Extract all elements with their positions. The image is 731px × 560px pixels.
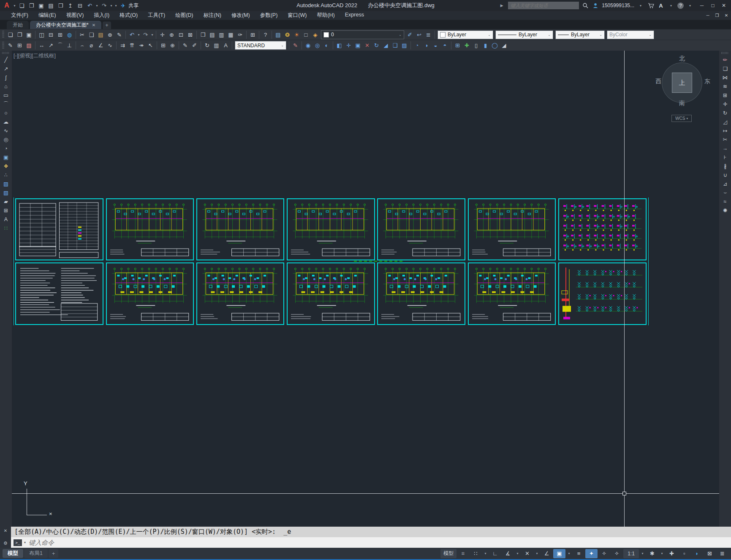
dim-linear-icon[interactable]: ↔ (37, 41, 46, 50)
compass-east-label[interactable]: 东 (704, 78, 710, 85)
hatch-icon[interactable]: ▨ (1, 179, 11, 188)
draworder-icon[interactable]: ⊞ (453, 41, 462, 50)
dim-jogged-icon[interactable]: ∿ (106, 41, 114, 50)
scale-menu[interactable]: ▾ (639, 549, 646, 558)
app-button-icon[interactable]: A (2, 1, 12, 10)
isolate-objects-icon[interactable]: ▫ (678, 549, 690, 558)
grid-display-icon[interactable]: ⌗ (457, 549, 469, 558)
menu-1[interactable]: 文件(F) (6, 12, 33, 19)
redo-list[interactable]: ▾ (150, 30, 154, 39)
union-icon[interactable]: ◉ (304, 41, 313, 50)
menu-11[interactable]: 窗口(W) (283, 12, 312, 19)
compass-west-label[interactable]: 西 (655, 78, 661, 85)
search-collapse-arrow[interactable]: ▶ (498, 2, 505, 9)
make-object-layer-current-icon[interactable]: ✐ (405, 30, 414, 39)
paste-icon[interactable]: ▤ (96, 30, 105, 39)
join-icon[interactable]: ∪ (720, 170, 730, 179)
compass-north-label[interactable]: 北 (679, 55, 685, 62)
quickcalc-icon[interactable]: ⊞ (248, 30, 257, 39)
polygon-icon[interactable]: ⌂ (1, 82, 11, 91)
new-layout-tab[interactable]: + (49, 549, 58, 558)
annotation-scale-sync-icon[interactable]: ✧ (611, 549, 623, 558)
help-icon[interactable]: ? (677, 3, 684, 9)
menu-2[interactable]: 编辑(E) (33, 12, 61, 19)
model-paper-toggle[interactable]: 模型 (440, 549, 457, 558)
gradient-icon[interactable]: ▧ (1, 188, 11, 197)
qopen-icon[interactable]: ❐ (27, 1, 36, 10)
layer-isolate-icon[interactable]: □ (302, 30, 310, 39)
cut-icon[interactable]: ✂ (78, 30, 87, 39)
sphere-icon[interactable]: ◯ (490, 41, 499, 50)
mirror-icon[interactable]: ⋈ (720, 73, 730, 82)
dim-radius-icon[interactable]: ⌢ (78, 41, 87, 50)
box-icon[interactable]: ▯ (472, 41, 481, 50)
graphics-performance-icon[interactable]: ◗ (691, 549, 703, 558)
multiple-points-icon[interactable]: ∷ (1, 224, 11, 233)
qnew-icon[interactable]: ❏ (17, 1, 26, 10)
layer-on-off-icon[interactable]: ❂ (283, 30, 292, 39)
dim-update-icon[interactable]: ↻ (203, 41, 212, 50)
layer-lock-icon[interactable]: ◈ (311, 30, 320, 39)
viewport-controls-label[interactable]: [-][俯视][二维线框] (14, 52, 56, 60)
match-brush-icon[interactable]: ✎ (291, 41, 300, 50)
app-store-icon[interactable]: A (657, 2, 665, 9)
multileader-icon[interactable]: ↖ (146, 41, 155, 50)
offset-faces-icon[interactable]: ▣ (353, 41, 362, 50)
lineweight-combo[interactable]: ByLayer⌄ (555, 30, 605, 39)
save-to-web-icon[interactable]: ↥ (66, 1, 75, 10)
sheet-05[interactable] (377, 198, 465, 260)
undo-icon[interactable]: ↶ (85, 1, 94, 10)
rotate-faces-icon[interactable]: ↻ (372, 41, 381, 50)
redo-icon[interactable]: ↷ (141, 30, 150, 39)
layer-states-icon[interactable]: ≣ (424, 30, 433, 39)
plot-icon[interactable]: ⊟ (76, 1, 84, 10)
quick-dim-icon[interactable]: ⇉ (118, 41, 127, 50)
menu-6[interactable]: 工具(T) (143, 12, 170, 19)
offset-icon[interactable]: ≋ (720, 82, 730, 91)
line-icon[interactable]: ╱ (1, 55, 11, 64)
dim-aligned-icon[interactable]: ↗ (46, 41, 55, 50)
layer-combo-caret[interactable]: ⌄ (399, 33, 402, 37)
zoom-realtime-icon[interactable]: ⊕ (167, 30, 176, 39)
make-block-icon[interactable]: ❖ (1, 162, 11, 170)
blend-curves-icon[interactable]: ≈ (720, 197, 730, 206)
designcenter-icon[interactable]: ▤ (208, 30, 217, 39)
delete-faces-icon[interactable]: ✕ (363, 41, 372, 50)
zoom-window-icon[interactable]: ⊡ (177, 30, 185, 39)
ellipse-icon[interactable]: ◎ (1, 135, 11, 144)
user-menu-caret[interactable]: ▾ (637, 2, 644, 9)
intersect-icon[interactable]: ◐ (322, 41, 331, 50)
mtext-icon[interactable]: A (1, 215, 11, 224)
table-icon[interactable]: ⊞ (1, 206, 11, 215)
sheet-02[interactable] (106, 198, 194, 260)
table-icon[interactable]: ⊞ (15, 41, 24, 50)
layer-translucency-icon[interactable]: ▨ (24, 41, 33, 50)
clean-screen-icon[interactable]: ⊠ (704, 549, 716, 558)
new-icon[interactable]: ❏ (6, 30, 15, 39)
polar-tracking-icon[interactable]: ∡ (502, 549, 514, 558)
properties-icon[interactable]: ❒ (198, 30, 207, 39)
trim-icon[interactable]: ✂ (720, 135, 730, 144)
menu-8[interactable]: 标注(N) (198, 12, 226, 19)
sheet-04[interactable] (287, 198, 375, 260)
extend-icon[interactable]: → (720, 144, 730, 153)
dim-continue-icon[interactable]: ↠ (137, 41, 146, 50)
sheet-07[interactable] (558, 198, 647, 260)
cylinder-icon[interactable]: ▮ (481, 41, 490, 50)
match-properties-icon[interactable]: ✎ (115, 30, 124, 39)
polyline-icon[interactable]: ʃ (1, 73, 11, 82)
menu-3[interactable]: 视图(V) (61, 12, 89, 19)
search-icon[interactable] (582, 2, 589, 9)
arc-icon[interactable]: ⌒ (1, 100, 11, 108)
object-snap-icon[interactable]: ▣ (553, 549, 565, 558)
lineweight-display-icon[interactable]: ≡ (573, 549, 585, 558)
doc-restore-icon[interactable]: ❐ (712, 12, 722, 19)
dim-text-edit-icon[interactable]: ✐ (190, 41, 199, 50)
qat-customize[interactable]: ▾ (114, 1, 118, 10)
recent-commands-caret[interactable]: ▾ (24, 541, 26, 544)
help-icon[interactable]: ? (261, 30, 270, 39)
dim-baseline-icon[interactable]: ⇈ (128, 41, 136, 50)
command-wrench-icon[interactable]: ⚙ (3, 541, 8, 546)
copy-base-icon[interactable]: ⊕ (106, 30, 114, 39)
sheet-01[interactable] (15, 198, 103, 260)
